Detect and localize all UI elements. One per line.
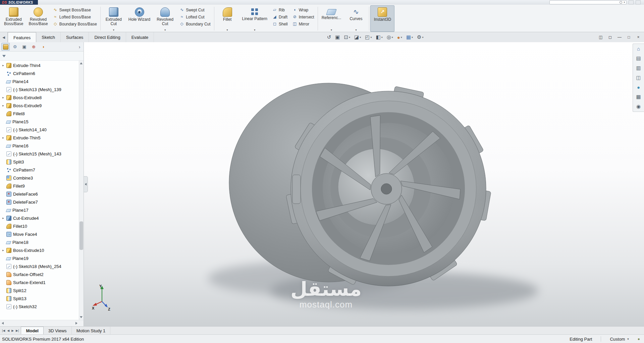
dropdown-arrow-icon[interactable]: ▾ — [370, 36, 372, 39]
custom-properties[interactable]: ▦ — [636, 94, 641, 100]
view-settings[interactable]: ⚙▾ — [415, 33, 425, 41]
previous-view[interactable]: ↺ — [325, 33, 333, 41]
expand-arrow-icon[interactable]: ▸ — [2, 104, 5, 107]
appearances-scenes[interactable]: ● — [637, 84, 640, 90]
view-palette[interactable]: ◫ — [636, 75, 641, 81]
display-pane-toggle[interactable]: ◻ — [606, 33, 614, 41]
tree-item-cirpattern7[interactable]: CirPattern7 — [0, 166, 84, 174]
dropdown-arrow-icon[interactable]: ▾ — [113, 28, 114, 31]
section-view[interactable]: ◪▾ — [353, 33, 363, 41]
ribbon-button-draft[interactable]: Draft — [271, 14, 289, 20]
close-button[interactable]: × — [634, 33, 643, 41]
ribbon-button-revolved-cut[interactable]: Revolved Cut▾ — [153, 5, 177, 32]
dimxpertmanager-tab[interactable]: ⊕ — [30, 43, 38, 51]
hide-show-items[interactable]: ◎▾ — [385, 33, 395, 41]
tree-item-split3[interactable]: Split3 — [0, 158, 84, 166]
dropdown-arrow-icon[interactable]: ▾ — [412, 36, 413, 39]
sheet-nav-2[interactable]: ▶ — [11, 329, 14, 332]
expand-arrow-icon[interactable]: ▸ — [2, 216, 5, 220]
tree-filter[interactable] — [0, 52, 84, 61]
bottom-tab-3d-views[interactable]: 3D Views — [44, 327, 72, 335]
tree-item-plane15[interactable]: Plane15 — [0, 118, 84, 126]
scrollbar-thumb[interactable] — [79, 221, 83, 250]
search-dropdown-icon[interactable]: ▾ — [624, 1, 625, 4]
tree-item-plane18[interactable]: Plane18 — [0, 238, 84, 246]
task-pane-toggle[interactable]: ◫ — [596, 33, 605, 41]
tree-item-cirpattern6[interactable]: CirPattern6 — [0, 69, 84, 77]
tree-item-surface-extend1[interactable]: Surface-Extend1 — [0, 278, 84, 286]
options-icon[interactable] — [636, 0, 641, 4]
forum[interactable]: ◉ — [636, 104, 641, 110]
expand-arrow-icon[interactable]: ▸ — [2, 136, 5, 139]
dropdown-arrow-icon[interactable]: ▾ — [355, 28, 357, 31]
file-explorer[interactable]: ▥ — [636, 65, 641, 71]
view-orientation[interactable]: ◰▾ — [363, 33, 373, 41]
ribbon-button-extruded-cut[interactable]: Extruded Cut▾ — [102, 5, 126, 32]
dropdown-arrow-icon[interactable]: ▾ — [392, 36, 393, 39]
tree-item-extrude-thin4[interactable]: ▸Extrude-Thin4 — [0, 61, 84, 69]
tree-item-combine3[interactable]: Combine3 — [0, 174, 84, 182]
restore-button[interactable]: □ — [625, 33, 633, 41]
design-library[interactable]: ▤ — [636, 55, 641, 61]
dropdown-arrow-icon[interactable]: ▾ — [360, 36, 361, 39]
solidworks-resources[interactable]: ⌂ — [637, 46, 640, 52]
ribbon-button-rib[interactable]: Rib — [271, 7, 289, 13]
tree-item-surface-offset2[interactable]: Surface-Offset2 — [0, 270, 84, 278]
ribbon-button-intersect[interactable]: Intersect — [291, 14, 315, 20]
tree-item-plane17[interactable]: Plane17 — [0, 206, 84, 214]
units-selector[interactable]: Custom ▾ — [610, 337, 629, 342]
ribbon-button-wrap[interactable]: Wrap — [291, 7, 315, 13]
tab-sketch[interactable]: Sketch — [36, 32, 61, 42]
tree-item-deleteface6[interactable]: DeleteFace6 — [0, 190, 84, 198]
search-box[interactable]: ▾ — [549, 0, 627, 4]
tree-item-fillet10[interactable]: Fillet10 — [0, 222, 84, 230]
sheet-nav-1[interactable]: ◀ — [7, 329, 10, 332]
collapse-ribbon-icon[interactable]: ◀ — [0, 32, 8, 42]
dropdown-arrow-icon[interactable]: ▾ — [227, 28, 228, 31]
tree-item-split12[interactable]: Split12 — [0, 286, 84, 294]
ribbon-button-lofted-cut[interactable]: Lofted Cut — [178, 14, 211, 20]
tree-item-extrude-thin5[interactable]: ▸Extrude-Thin5 — [0, 134, 84, 142]
tab-surfaces[interactable]: Surfaces — [61, 32, 89, 42]
tree-item-sketch15-mesh-143[interactable]: (-) Sketch15 (Mesh)_143 — [0, 150, 84, 158]
configurationmanager-tab[interactable]: ▣ — [20, 43, 29, 51]
apply-scene[interactable]: ▦▾ — [405, 33, 415, 41]
ribbon-button-referenc[interactable]: Referenc...▾ — [319, 5, 344, 32]
ribbon-button-shell[interactable]: Shell — [271, 21, 289, 27]
tree-item-boss-extrude10[interactable]: ▸Boss-Extrude10 — [0, 246, 84, 254]
expand-arrow-icon[interactable]: ▸ — [2, 64, 5, 67]
graphics-area[interactable]: مستقل mostaql.com Y X Z ⚙▣⊕◑› ▸Extrude-T… — [0, 42, 644, 326]
scroll-down-icon[interactable] — [80, 316, 83, 318]
tree-item-fillet8[interactable]: Fillet8 — [0, 110, 84, 118]
minimize-button[interactable]: — — [615, 33, 624, 41]
dropdown-arrow-icon[interactable]: ▾ — [381, 36, 383, 39]
ribbon-button-curves[interactable]: Curves▾ — [344, 5, 368, 32]
ribbon-button-swept-cut[interactable]: Swept Cut — [178, 7, 211, 13]
dropdown-arrow-icon[interactable]: ▾ — [349, 36, 350, 39]
ribbon-button-fillet[interactable]: Fillet▾ — [215, 5, 239, 32]
bottom-tab-model[interactable]: Model — [21, 327, 44, 335]
displaymanager-tab[interactable]: ◑ — [39, 43, 47, 51]
ribbon-button-extruded-boss-base[interactable]: Extruded Boss/Base — [1, 5, 26, 32]
tree-item-sketch18-mesh-254[interactable]: (-) Sketch18 (Mesh)_254 — [0, 262, 84, 270]
display-style[interactable]: ◧▾ — [374, 33, 384, 41]
ribbon-button-lofted-boss-base[interactable]: Lofted Boss/Base — [52, 14, 98, 20]
tree-item-deleteface7[interactable]: DeleteFace7 — [0, 198, 84, 206]
scroll-right-icon[interactable] — [75, 322, 77, 325]
zoom-to-area[interactable]: ⊡▾ — [342, 33, 352, 41]
dropdown-arrow-icon[interactable]: ▾ — [401, 36, 402, 39]
tree-item-sketch14-140[interactable]: (-) Sketch14_140 — [0, 126, 84, 134]
ribbon-button-revolved-boss-base[interactable]: Revolved Boss/Base — [26, 5, 50, 32]
scroll-left-icon[interactable] — [2, 322, 4, 325]
panel-expand-icon[interactable]: › — [77, 44, 82, 50]
expand-arrow-icon[interactable]: ▸ — [2, 249, 5, 252]
propertymanager-tab[interactable]: ⚙ — [11, 43, 19, 51]
tree-item-cut-extrude4[interactable]: ▸Cut-Extrude4 — [0, 214, 84, 222]
tree-item-plane16[interactable]: Plane16 — [0, 142, 84, 150]
sheet-nav-0[interactable]: |◀ — [2, 329, 5, 332]
expand-arrow-icon[interactable]: ▸ — [2, 96, 5, 99]
tree-item-plane14[interactable]: Plane14 — [0, 77, 84, 85]
tree-item-split13[interactable]: Split13 — [0, 294, 84, 302]
featuremanager-tab[interactable] — [1, 43, 10, 51]
tree-item-plane19[interactable]: Plane19 — [0, 254, 84, 262]
